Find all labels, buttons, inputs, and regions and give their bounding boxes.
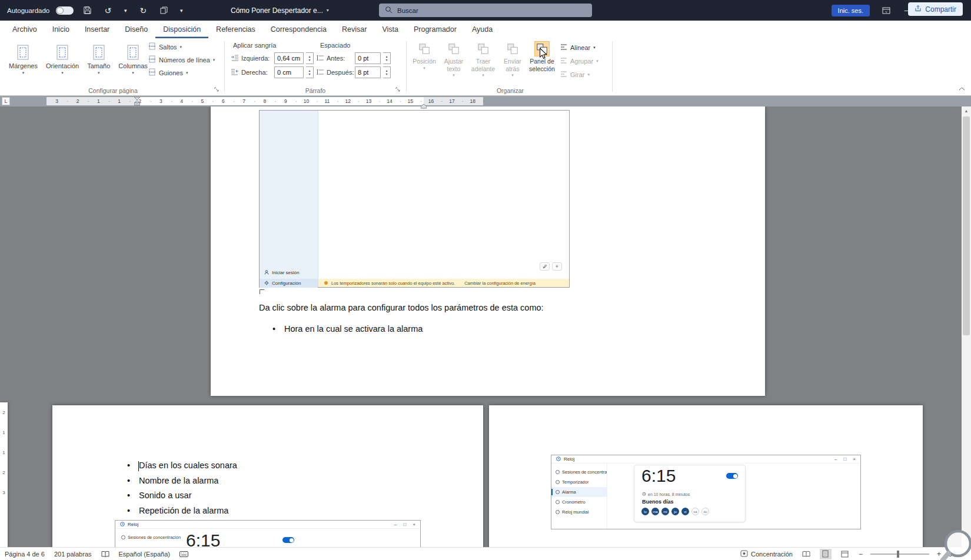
horizontal-ruler[interactable]: L 321123456789101112131415161718 bbox=[0, 96, 971, 106]
tab-stop-selector[interactable]: L bbox=[2, 97, 10, 105]
maximize-icon: □ bbox=[843, 456, 846, 462]
focus-icon bbox=[740, 550, 748, 558]
word-count[interactable]: 201 palabras bbox=[54, 551, 92, 558]
ribbon-big-button[interactable]: Orientación ▾ bbox=[42, 39, 83, 84]
arrange-button[interactable]: Posición ▾ bbox=[410, 39, 439, 85]
indent-right-icon bbox=[231, 68, 239, 76]
indent-left-input[interactable] bbox=[274, 52, 304, 64]
ribbon-tab[interactable]: Insertar bbox=[77, 21, 117, 38]
macro-record-icon[interactable] bbox=[179, 551, 188, 557]
arrange-menu-button[interactable]: Girar ▾ bbox=[560, 69, 598, 80]
collapse-ribbon-icon[interactable] bbox=[959, 82, 965, 93]
zoom-slider-thumb[interactable] bbox=[897, 551, 899, 558]
ribbon-tab-row: Archivo Inicio Insertar Diseño Disposici… bbox=[0, 21, 971, 38]
search-box[interactable] bbox=[379, 4, 592, 17]
ribbon-tab[interactable]: Diseño bbox=[117, 21, 155, 38]
arrange-button[interactable]: Enviar atrás ▾ bbox=[498, 39, 527, 85]
dialog-launcher-icon[interactable] bbox=[394, 86, 401, 93]
autosave-toggle[interactable] bbox=[56, 6, 74, 15]
bullet-item[interactable]: Días en los cuales sonara bbox=[127, 461, 237, 476]
ruler-number: 5 bbox=[192, 97, 212, 105]
arrange-button[interactable]: Ajustar texto ▾ bbox=[439, 39, 468, 85]
focus-mode-button[interactable]: Concentración bbox=[740, 550, 793, 558]
touch-mode-icon[interactable] bbox=[157, 4, 171, 18]
document-page-1[interactable]: Iniciar sesión Configuración + Los tempo… bbox=[211, 106, 765, 396]
group-separator bbox=[406, 41, 407, 92]
ribbon-display-options-icon[interactable] bbox=[879, 4, 893, 18]
group-label-page-setup: Configurar página bbox=[4, 87, 222, 94]
search-input[interactable] bbox=[397, 7, 574, 14]
ribbon-tab[interactable]: Correspondencia bbox=[263, 21, 334, 38]
spacing-before-spinner[interactable]: ▴▾ bbox=[383, 52, 391, 64]
redo-icon[interactable]: ↻ bbox=[136, 4, 150, 18]
ribbon-small-button[interactable]: Guiones ▾ bbox=[148, 67, 215, 78]
print-layout-button[interactable] bbox=[820, 549, 832, 559]
spacing-after-input[interactable] bbox=[355, 66, 381, 78]
zoom-out-button[interactable]: − bbox=[859, 550, 863, 558]
indent-right-input[interactable] bbox=[274, 66, 304, 78]
vertical-ruler[interactable]: 21123 bbox=[0, 402, 8, 547]
ribbon-tab[interactable]: Inicio bbox=[45, 21, 77, 38]
page-indicator[interactable]: Página 4 de 6 bbox=[5, 551, 45, 558]
share-button[interactable]: Compartir bbox=[908, 2, 963, 16]
clock-settings-label: Configuración bbox=[272, 281, 301, 286]
zoom-slider[interactable] bbox=[870, 554, 929, 555]
document-page-3[interactable]: Reloj – □ × Sesiones de concentraci bbox=[489, 405, 923, 547]
document-title[interactable]: Cómo Poner Despertador e... ▾ bbox=[231, 0, 329, 21]
arrange-button[interactable]: Panel de selección bbox=[527, 39, 557, 85]
indent-right-spinner[interactable]: ▴▾ bbox=[306, 66, 314, 78]
ribbon-big-button[interactable]: Tamaño ▾ bbox=[83, 39, 114, 84]
ribbon-tab[interactable]: Revisar bbox=[334, 21, 374, 38]
save-icon[interactable] bbox=[80, 4, 94, 18]
read-mode-button[interactable] bbox=[800, 549, 812, 559]
ribbon-small-button[interactable]: Saltos ▾ bbox=[148, 41, 215, 52]
bullet-item[interactable]: Nombre de la alarma bbox=[127, 476, 237, 491]
alarm-card: 6:15 en 10 horas, 8 minutos Buenos días … bbox=[634, 465, 746, 522]
web-layout-button[interactable] bbox=[839, 549, 851, 559]
bullet-item[interactable]: Hora en la cual se activara la alarma bbox=[272, 324, 423, 339]
arrange-menu-button[interactable]: Alinear ▾ bbox=[560, 42, 598, 53]
ribbon-big-button[interactable]: Márgenes ▾ bbox=[5, 39, 42, 84]
right-indent-marker[interactable] bbox=[421, 101, 427, 111]
indent-left-spinner[interactable]: ▴▾ bbox=[306, 52, 314, 64]
gear-icon bbox=[264, 281, 269, 286]
spacing-before-input[interactable] bbox=[355, 52, 381, 64]
customize-toolbar-icon[interactable]: ▾ bbox=[177, 4, 185, 18]
vertical-scrollbar[interactable]: ▲ bbox=[962, 106, 971, 547]
ribbon-tab[interactable]: Programador bbox=[406, 21, 464, 38]
ribbon-small-button[interactable]: Números de línea ▾ bbox=[148, 54, 215, 65]
language-indicator[interactable]: Español (España) bbox=[119, 551, 170, 558]
ribbon-tab[interactable]: Vista bbox=[374, 21, 406, 38]
spacing-before-label: Antes: bbox=[327, 55, 353, 62]
ribbon-tab[interactable]: Ayuda bbox=[464, 21, 500, 38]
arrange-menu-button[interactable]: Agrupar ▾ bbox=[560, 55, 598, 66]
arrange-button[interactable]: Traer adelante ▾ bbox=[468, 39, 498, 85]
document-page-2[interactable]: Días en los cuales sonaraNombre de la al… bbox=[52, 405, 483, 547]
undo-icon[interactable]: ↺ bbox=[101, 4, 115, 18]
page-setup-icon bbox=[91, 41, 107, 61]
toggle-knob bbox=[56, 7, 64, 14]
clock-app-screenshot-2[interactable]: Reloj – □ × Sesiones de concentración 6:… bbox=[115, 520, 421, 547]
paragraph-text[interactable]: Da clic sobre la alarma para configurar … bbox=[259, 303, 544, 312]
bullet-item[interactable]: Repetición de la alarma bbox=[127, 506, 237, 521]
nav-item-icon bbox=[556, 480, 560, 484]
ribbon-tab[interactable]: Archivo bbox=[5, 21, 45, 38]
scrollbar-thumb[interactable] bbox=[963, 116, 970, 335]
spacing-after-spinner[interactable]: ▴▾ bbox=[383, 66, 391, 78]
ribbon-tab[interactable]: Disposición bbox=[155, 21, 208, 38]
scroll-up-icon[interactable]: ▲ bbox=[962, 106, 971, 115]
clock-app-screenshot-cropped[interactable]: Iniciar sesión Configuración + Los tempo… bbox=[259, 110, 570, 288]
small-button-icon bbox=[148, 55, 156, 64]
indent-marker[interactable] bbox=[134, 97, 140, 108]
group-arrange: Posición ▾ Ajustar texto ▾ bbox=[408, 38, 612, 95]
bullet-item[interactable]: Sonido a usar bbox=[127, 491, 237, 506]
clock-icon bbox=[556, 456, 561, 462]
undo-dropdown-icon[interactable]: ▾ bbox=[121, 4, 129, 18]
proofing-icon[interactable] bbox=[101, 551, 109, 558]
dialog-launcher-icon[interactable] bbox=[213, 86, 220, 93]
sign-in-button[interactable]: Inic. ses. bbox=[832, 5, 870, 16]
vruler-number: 2 bbox=[0, 402, 8, 422]
clock-app-screenshot-3[interactable]: Reloj – □ × Sesiones de concentraci bbox=[551, 455, 861, 529]
ribbon-big-button[interactable]: Columnas ▾ bbox=[114, 39, 152, 84]
ribbon-tab[interactable]: Referencias bbox=[208, 21, 263, 38]
